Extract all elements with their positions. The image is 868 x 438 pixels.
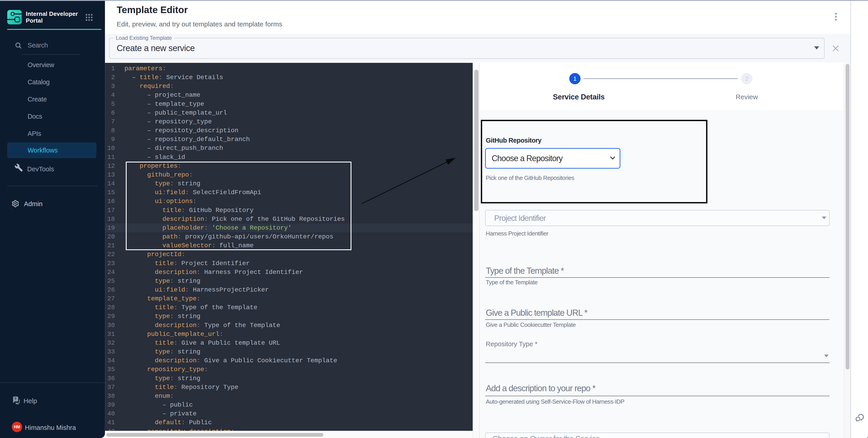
svg-text:?: ?: [14, 397, 17, 401]
